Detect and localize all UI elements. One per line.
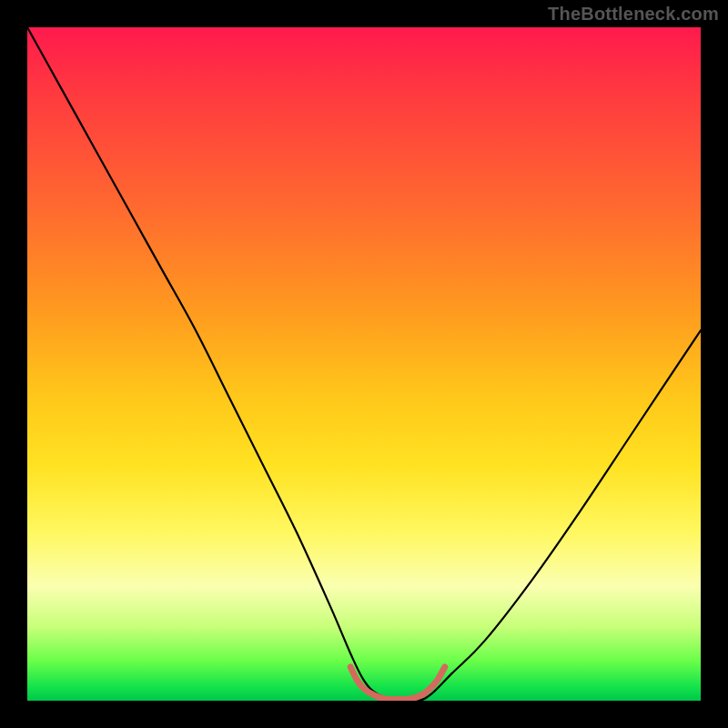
chart-frame: TheBottleneck.com — [0, 0, 728, 728]
curve-layer — [27, 27, 701, 701]
plot-area — [27, 27, 701, 701]
bottleneck-curve-path — [27, 27, 701, 701]
watermark-text: TheBottleneck.com — [548, 4, 719, 25]
